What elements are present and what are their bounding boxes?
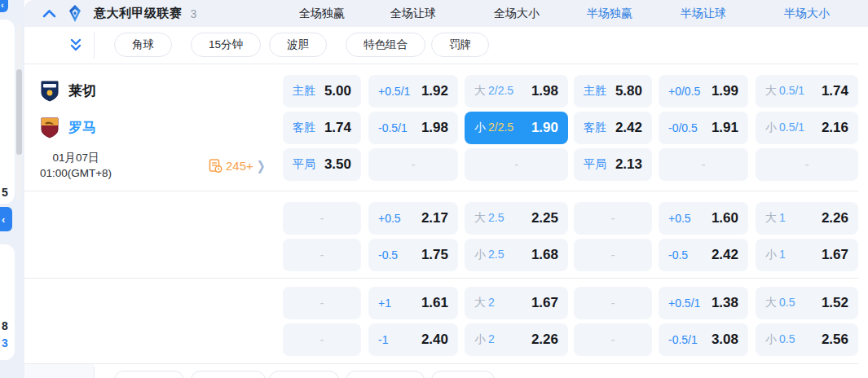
filter-pill-5[interactable]: 罚牌	[431, 33, 489, 57]
odds-cell[interactable]: -12.40	[368, 323, 458, 356]
odds-cell[interactable]: 主胜5.00	[283, 75, 361, 108]
next-league-section-cutoff	[24, 364, 868, 378]
odds-cell[interactable]: 小2/2.51.90	[465, 112, 568, 144]
section-divider	[24, 191, 858, 191]
section-divider	[24, 64, 858, 64]
odds-cell[interactable]: -0.5/11.98	[368, 112, 458, 144]
filter-pill-4[interactable]: 特色组合	[346, 33, 425, 57]
odds-cell[interactable]: 大21.67	[465, 287, 568, 319]
market-column-header[interactable]: 全场大小	[464, 0, 570, 27]
odds-cell[interactable]: -0.5/13.08	[659, 323, 748, 356]
home-team-badge-lecce	[41, 81, 59, 102]
next-section-filter-pill-cutoff[interactable]	[346, 371, 425, 378]
market-column-header[interactable]: 半场大小	[754, 0, 860, 27]
market-filter-row: 角球15分钟波胆特色组合罚牌	[24, 27, 868, 64]
odds-cell[interactable]: 客胜1.74	[283, 112, 361, 144]
filter-pill-2[interactable]: 15分钟	[191, 33, 261, 57]
odds-cell[interactable]: 大12.26	[756, 202, 858, 235]
odds-cell[interactable]: +0.52.17	[368, 202, 458, 235]
section-divider	[24, 278, 858, 279]
away-team-name[interactable]: 罗马	[68, 118, 96, 138]
next-filter-row-divider	[94, 367, 95, 378]
scrollbar-thumb[interactable]	[16, 69, 22, 155]
league-title: 意大利甲级联赛	[94, 6, 183, 21]
odds-cell[interactable]: 客胜2.42	[574, 112, 652, 144]
odds-cell[interactable]: 大2.52.25	[465, 202, 568, 235]
league-header-bar: 意大利甲级联赛 3 全场独赢全场让球全场大小半场独赢半场让球半场大小	[24, 0, 868, 27]
odds-cell-empty: -	[574, 202, 652, 235]
odds-cell[interactable]: 小0.5/12.16	[756, 112, 858, 144]
odds-cell-empty: -	[283, 239, 361, 271]
sidebar-collapse-button-top[interactable]: ‹	[0, 0, 8, 12]
odds-cell[interactable]: 小22.26	[465, 323, 568, 356]
next-section-filter-pill-cutoff[interactable]	[114, 371, 184, 378]
odds-cell[interactable]: 小0.52.56	[756, 323, 858, 356]
filter-row-divider	[94, 33, 95, 59]
sidebar-collapse-button[interactable]: ‹	[0, 207, 12, 231]
sidebar-text-fragment: 8	[2, 319, 8, 332]
odds-cell-empty: -	[659, 148, 748, 181]
next-section-filter-pill-cutoff[interactable]	[191, 371, 266, 378]
expand-more-double-chevron-icon[interactable]	[68, 38, 83, 52]
away-team-badge-roma	[41, 117, 59, 138]
odds-cell[interactable]: +11.61	[368, 287, 458, 319]
left-sidebar-cutoff: ‹ 5 ‹ 8 3	[0, 0, 24, 378]
odds-cell[interactable]: 大0.5/11.74	[756, 75, 858, 108]
markets-document-clock-icon	[209, 159, 223, 173]
market-column-header[interactable]: 半场让球	[650, 0, 756, 27]
chevron-right-icon: ❯	[257, 158, 266, 173]
home-team-name: 莱切	[68, 81, 96, 101]
serie-a-league-logo-icon	[68, 5, 82, 23]
sidebar-text-fragment: 3	[2, 336, 8, 349]
sidebar-text-fragment: 5	[2, 186, 8, 199]
odds-cell[interactable]: +0/0.51.99	[659, 75, 748, 108]
odds-cell[interactable]: +0.51.60	[659, 202, 748, 235]
odds-cell-empty: -	[368, 148, 458, 181]
market-column-header[interactable]: 全场让球	[360, 0, 466, 27]
odds-cell-empty: -	[756, 148, 858, 181]
next-section-filter-pill-cutoff[interactable]	[431, 371, 495, 378]
odds-cell-empty: -	[465, 148, 568, 181]
odds-cell[interactable]: 大2/2.51.98	[465, 75, 568, 108]
odds-cell-empty: -	[574, 287, 652, 319]
next-section-filter-pill-cutoff[interactable]	[269, 371, 339, 378]
odds-cell-empty: -	[283, 287, 361, 319]
filter-pill-1[interactable]: 角球	[114, 33, 172, 57]
odds-cell[interactable]: 平局2.13	[574, 148, 652, 181]
odds-cell-empty: -	[283, 202, 361, 235]
sidebar-card-fragment	[0, 20, 15, 204]
next-section-left-zone	[24, 364, 94, 378]
odds-cell[interactable]: -0.52.42	[659, 239, 748, 271]
odds-cell[interactable]: 小11.67	[756, 239, 858, 271]
match-time: 01:00(GMT+8)	[26, 165, 126, 181]
odds-cell-empty: -	[574, 323, 652, 356]
match-date: 01月07日	[26, 150, 126, 165]
league-match-count: 3	[191, 7, 197, 20]
odds-cell[interactable]: 小2.51.68	[465, 239, 568, 271]
market-column-header[interactable]: 全场独赢	[269, 0, 375, 27]
odds-cell[interactable]: +0.5/11.92	[368, 75, 458, 108]
market-column-header[interactable]: 半场独赢	[557, 0, 663, 27]
odds-cell-empty: -	[283, 323, 361, 356]
more-markets-count: 245+	[226, 159, 253, 173]
more-markets-link[interactable]: 245+ ❯	[209, 156, 266, 174]
odds-cell[interactable]: 主胜5.80	[574, 75, 652, 108]
odds-cell[interactable]: 大0.51.52	[756, 287, 858, 319]
collapse-chevron-up-icon[interactable]	[42, 9, 56, 18]
odds-cell[interactable]: 平局3.50	[283, 148, 361, 181]
odds-cell-empty: -	[574, 239, 652, 271]
league-odds-card: 意大利甲级联赛 3 全场独赢全场让球全场大小半场独赢半场让球半场大小 角球15分…	[24, 0, 868, 378]
odds-cell[interactable]: -0.51.75	[368, 239, 458, 271]
odds-cell[interactable]: +0.5/11.38	[659, 287, 748, 319]
match-datetime: 01月07日 01:00(GMT+8)	[26, 150, 126, 181]
odds-cell[interactable]: -0/0.51.91	[659, 112, 748, 144]
filter-pill-3[interactable]: 波胆	[269, 33, 327, 57]
